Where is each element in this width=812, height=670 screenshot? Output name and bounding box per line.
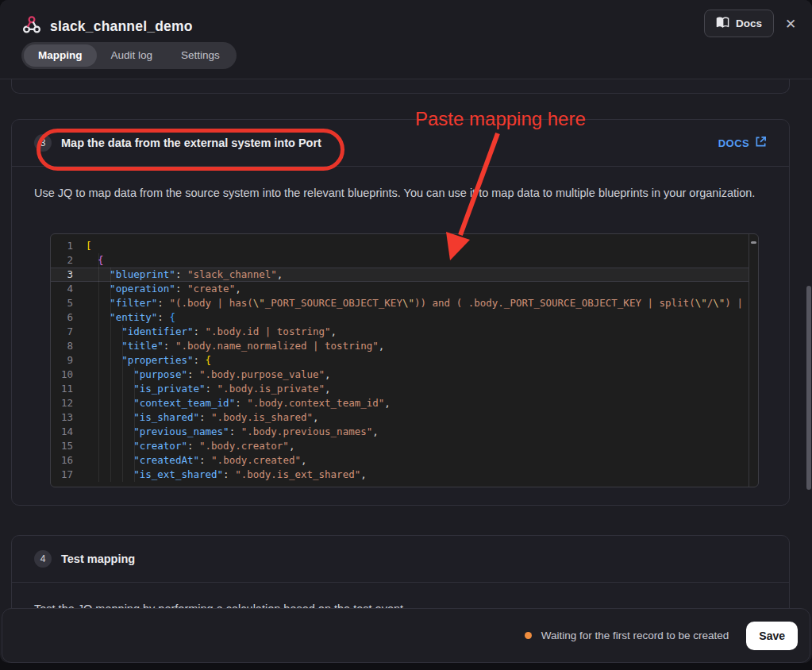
editor-line-4[interactable]: 4 "operation": "create", [51,282,749,296]
webhook-logo-icon [21,14,42,38]
line-number: 8 [51,339,86,353]
jq-mapping-editor[interactable]: 1[2 {3 "blueprint": "slack_channel",4 "o… [50,233,759,487]
editor-minimap-marker [751,241,756,244]
tab-audit-log[interactable]: Audit log [97,44,167,67]
line-code: "previous_names": ".body.previous_names"… [86,425,749,439]
editor-line-2[interactable]: 2 { [51,253,749,268]
line-code: "properties": { [86,353,749,368]
window-scrollbar-thumb[interactable] [806,286,811,490]
mapping-description: Use JQ to map data from the source syste… [12,167,789,205]
tab-bar: MappingAudit logSettings [21,42,237,69]
editor-line-9[interactable]: 9 "properties": { [51,353,749,368]
line-code: "identifier": ".body.id | tostring", [86,325,749,339]
line-number: 15 [51,439,86,453]
section-test-mapping-header: 4 Test mapping [12,536,789,582]
section-map-data-card: 3 Map the data from the external system … [11,119,790,506]
editor-line-12[interactable]: 12 "context_team_id": ".body.context_tea… [51,396,749,410]
modal-footer: Waiting for the first record to be creat… [2,608,810,663]
line-code: "blueprint": "slack_channel", [86,268,749,282]
editor-line-10[interactable]: 10 "purpose": ".body.purpose_value", [51,368,749,382]
editor-line-14[interactable]: 14 "previous_names": ".body.previous_nam… [51,425,749,439]
editor-line-13[interactable]: 13 "is_shared": ".body.is_shared", [51,410,749,425]
editor-line-5[interactable]: 5 "filter": "(.body | has(\"_PORT_SOURCE… [51,296,749,310]
section-test-mapping-title: Test mapping [61,553,135,565]
line-code: "is_shared": ".body.is_shared", [86,410,749,425]
external-link-icon [755,136,767,150]
indent-guide [110,268,111,482]
data-source-modal: slack_channel_demo MappingAudit logSetti… [0,0,812,663]
previous-section-card-bottom [11,79,790,94]
line-number: 10 [51,368,86,382]
save-button[interactable]: Save [746,622,798,650]
line-number: 1 [51,239,86,253]
content-area: 3 Map the data from the external system … [0,79,812,663]
line-code: "createdAt": ".body.created", [86,453,749,468]
book-icon [716,17,729,31]
line-number: 12 [51,396,86,410]
editor-line-17[interactable]: 17 "is_ext_shared": ".body.is_ext_shared… [51,468,749,482]
indent-guide [122,325,123,482]
line-number: 2 [51,253,86,268]
tab-mapping[interactable]: Mapping [24,44,97,67]
editor-line-8[interactable]: 8 "title": ".body.name_normalized | tost… [51,339,749,353]
close-icon[interactable]: ✕ [782,16,799,33]
line-code: [ [86,239,749,253]
editor-lines: 1[2 {3 "blueprint": "slack_channel",4 "o… [51,239,749,482]
tab-settings[interactable]: Settings [167,44,234,67]
line-code: "purpose": ".body.purpose_value", [86,368,749,382]
step-number-badge: 3 [34,134,52,152]
line-code: "title": ".body.name_normalized | tostri… [86,339,749,353]
page-title: slack_channel_demo [50,18,193,35]
section-map-data-header: 3 Map the data from the external system … [12,120,789,166]
docs-button[interactable]: Docs [704,10,774,37]
editor-scroll-gutter-line [749,234,749,487]
modal-header: slack_channel_demo MappingAudit logSetti… [0,0,812,79]
line-code: "entity": { [86,310,749,325]
line-number: 13 [51,410,86,425]
line-number: 16 [51,453,86,468]
line-code: "operation": "create", [86,282,749,296]
line-code: "creator": ".body.creator", [86,439,749,453]
line-code: "context_team_id": ".body.context_team_i… [86,396,749,410]
line-number: 7 [51,325,86,339]
line-code: { [86,253,749,268]
line-code: "is_ext_shared": ".body.is_ext_shared", [86,468,749,482]
editor-line-7[interactable]: 7 "identifier": ".body.id | tostring", [51,325,749,339]
editor-line-3[interactable]: 3 "blueprint": "slack_channel", [51,268,749,282]
line-number: 3 [51,268,86,282]
editor-line-1[interactable]: 1[ [51,239,749,253]
indent-guide [134,368,135,482]
section-map-data-title: Map the data from the external system in… [61,137,321,149]
editor-line-15[interactable]: 15 "creator": ".body.creator", [51,439,749,453]
line-number: 4 [51,282,86,296]
status-dot-icon [525,632,532,639]
line-number: 9 [51,353,86,368]
step-number-badge: 4 [34,550,52,568]
line-number: 11 [51,382,86,396]
status-text: Waiting for the first record to be creat… [541,630,729,641]
line-number: 14 [51,425,86,439]
docs-link[interactable]: DOCS [718,136,767,150]
editor-line-6[interactable]: 6 "entity": { [51,310,749,325]
docs-link-label: DOCS [718,137,749,149]
docs-button-label: Docs [736,17,762,29]
editor-line-16[interactable]: 16 "createdAt": ".body.created", [51,453,749,468]
line-code: "filter": "(.body | has(\"_PORT_SOURCE_O… [86,296,749,310]
line-code: "is_private": ".body.is_private", [86,382,749,396]
line-number: 6 [51,310,86,325]
indent-guide [98,253,99,482]
line-number: 17 [51,468,86,482]
editor-line-11[interactable]: 11 "is_private": ".body.is_private", [51,382,749,396]
line-number: 5 [51,296,86,310]
